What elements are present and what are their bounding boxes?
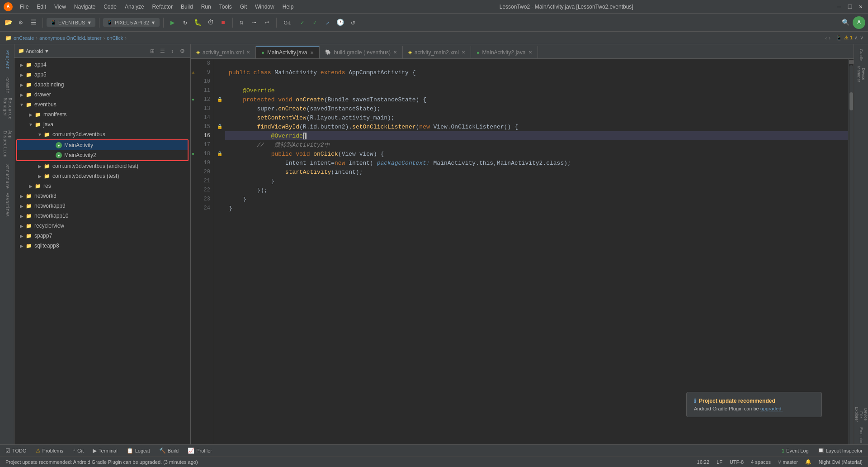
maximize-button[interactable]: □ [846,3,854,10]
logcat-button[interactable]: 📋 Logcat [125,447,152,455]
git-checkmark2[interactable]: ✓ [310,17,321,28]
menu-run[interactable]: Run [198,3,215,11]
layout-inspector-button[interactable]: 🔲 Layout Inspector [816,447,864,454]
stop-button[interactable]: ■ [218,17,229,28]
warning-down[interactable]: ∨ [860,35,863,41]
window-controls[interactable]: — □ ✕ [835,3,864,10]
favorites-button[interactable]: Favorites [1,191,14,218]
event-log-button[interactable]: 1 Event Log [780,447,811,454]
breadcrumb-listener[interactable]: anonymous OnClickListener [39,35,102,41]
profile-button[interactable]: ⏱ [205,17,216,28]
code-content[interactable]: public class MainActivity extends AppCom… [225,59,848,444]
scroll-up-arrow[interactable] [849,60,854,64]
tab-mainactivity2-java[interactable]: ● MainActivity2.java ✕ [471,46,538,58]
terminal-button[interactable]: ▶ Terminal [91,447,119,455]
toolbar-icon-2[interactable]: ⚙ [15,17,26,28]
profiler-button[interactable]: 📈 Profiler [186,447,214,455]
tree-res[interactable]: ▶ 📁 res [14,181,190,191]
tab-build-gradle[interactable]: 🐘 build.gradle (:eventbus) ✕ [320,46,403,58]
breadcrumb-oncreate[interactable]: onCreate [14,35,34,41]
gradle-panel-button[interactable]: Gradle [855,46,868,64]
tab-close-mainactivity-java[interactable]: ✕ [310,50,314,55]
menu-git[interactable]: Git [236,3,250,11]
git-arrow-up[interactable]: ↗ [322,17,333,28]
project-dropdown[interactable]: 📁 Android ▼ [18,48,49,54]
tree-eventbus[interactable]: ▼ 📁 eventbus [14,100,190,110]
panel-action-layout[interactable]: ⊞ [148,47,157,56]
menu-window[interactable]: Window [251,3,278,11]
code-editor[interactable]: 8 ⚠ 9 10 11 ● 12 13 14 15 16 17 ● 18 [191,59,854,444]
tree-app5[interactable]: ▶ 📁 app5 [14,70,190,80]
refresh-button[interactable]: ↻ [180,17,191,28]
toolbar-icon-1[interactable]: 📂 [3,17,14,28]
more-button[interactable]: ⋯ [249,17,260,28]
build-button[interactable]: 🔨 Build [157,447,180,455]
toolbar-icon-3[interactable]: ☰ [28,17,39,28]
tree-networkapp9[interactable]: ▶ 📁 networkapp9 [14,201,190,211]
scroll-thumb[interactable] [849,92,853,110]
tree-network3[interactable]: ▶ 📁 network3 [14,191,190,201]
tab-mainactivity-java[interactable]: ● MainActivity.java ✕ [256,46,319,58]
structure-button[interactable]: Structure [1,163,14,190]
device-manager-button[interactable]: Device Manager [855,65,868,83]
tab-close-mainactivity2-java[interactable]: ✕ [528,50,532,55]
tree-androidtest[interactable]: ▶ 📁 com.unity3d.eventbus (androidTest) [14,161,190,171]
warning-up[interactable]: ∧ [854,35,858,41]
tree-recyclerview[interactable]: ▶ 📁 recyclerview [14,221,190,231]
git-branch[interactable]: ⑂ master [778,459,798,465]
project-tool-button[interactable]: Project [1,46,14,73]
theme-name[interactable]: Night Owl (Material) [819,459,863,465]
panel-action-settings[interactable]: ⚙ [178,47,187,56]
tree-mainactivity2[interactable]: ● MainActivity2 [17,150,188,160]
tab-close-activity-main-xml[interactable]: ✕ [246,50,250,55]
search-everywhere-button[interactable]: 🔍 [840,17,851,28]
git-revert[interactable]: ↺ [348,17,359,28]
breadcrumb-forward[interactable]: › [829,35,830,41]
tree-drawer[interactable]: ▶ 📁 drawer [14,90,190,100]
menu-view[interactable]: View [51,3,70,11]
problems-button[interactable]: ⚠ Problems [34,447,65,455]
tree-spapp7[interactable]: ▶ 📁 spapp7 [14,231,190,241]
tree-package[interactable]: ▼ 📁 com.unity3d.eventbus [14,129,190,139]
tree-java[interactable]: ▼ 📁 java [14,119,190,129]
notification-link[interactable]: upgraded. [760,406,783,411]
emulator-selector[interactable]: 📱 PIXEL 5 API 32 ▼ [103,18,159,27]
commit-tool-button[interactable]: Commit [1,74,14,97]
tree-sqliteapp8[interactable]: ▶ 📁 sqliteapp8 [14,241,190,251]
menu-tools[interactable]: Tools [216,3,236,11]
tree-networkapp10[interactable]: ▶ 📁 networkapp10 [14,211,190,221]
tree-mainactivity[interactable]: ● MainActivity [17,140,188,150]
emulator-panel-button[interactable]: Emulator [855,426,868,444]
sync-button[interactable]: ⇅ [236,17,247,28]
git-bottom-button[interactable]: ⑂ Git [71,447,85,455]
tab-activity-main2-xml[interactable]: ◈ activity_main2.xml ✕ [403,46,471,58]
close-button[interactable]: ✕ [857,3,864,10]
git-clock[interactable]: 🕐 [335,17,346,28]
panel-action-collapse[interactable]: ☰ [158,47,167,56]
app-inspection-button[interactable]: App Inspection [1,130,14,162]
device-file-explorer-button[interactable]: Device File Explorer [855,405,868,424]
panel-action-sort[interactable]: ↕ [168,47,177,56]
run-button[interactable]: ▶ [167,17,178,28]
menu-navigate[interactable]: Navigate [71,3,99,11]
tab-activity-main-xml[interactable]: ◈ activity_main.xml ✕ [191,46,256,58]
menu-help[interactable]: Help [279,3,297,11]
vertical-scrollbar[interactable] [848,59,854,444]
tree-dababinding[interactable]: ▶ 📁 dababinding [14,80,190,90]
tree-app4[interactable]: ▶ 📁 app4 [14,60,190,70]
tab-close-build-gradle[interactable]: ✕ [393,50,397,55]
minimize-button[interactable]: — [835,3,843,10]
device-selector[interactable]: 📱 EVENTBUS ▼ [47,18,95,27]
menu-code[interactable]: Code [100,3,120,11]
tree-manifests[interactable]: ▶ 📁 manifests [14,110,190,119]
menu-analyze[interactable]: Analyze [121,3,148,11]
menu-file[interactable]: File [16,3,32,11]
menu-refactor[interactable]: Refactor [149,3,176,11]
tab-close-activity-main2-xml[interactable]: ✕ [462,50,465,55]
todo-button[interactable]: ☑ TODO [4,447,28,455]
breadcrumb-back[interactable]: ‹ [825,35,827,41]
breadcrumb-onclick[interactable]: onClick [107,35,123,41]
cursor-position[interactable]: 16:22 [697,459,710,465]
git-checkmark1[interactable]: ✓ [297,17,308,28]
debug-button[interactable]: 🐛 [193,17,203,28]
